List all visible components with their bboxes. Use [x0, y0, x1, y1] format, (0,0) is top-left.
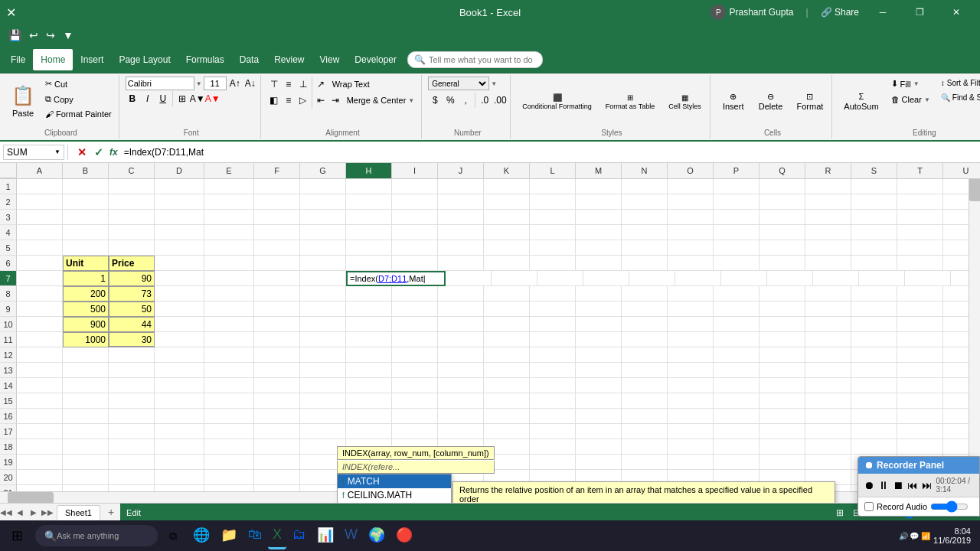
cell-i16[interactable] — [392, 409, 438, 424]
cell-m10[interactable] — [576, 317, 622, 332]
cell-q4[interactable] — [760, 225, 805, 240]
cell-j6[interactable] — [438, 256, 484, 271]
cell-t3[interactable] — [897, 210, 943, 225]
cell-b15[interactable] — [63, 393, 109, 409]
wrap-text-button[interactable]: Wrap Text — [328, 77, 374, 91]
col-header-d[interactable]: D — [155, 163, 204, 178]
cell-m7[interactable] — [629, 271, 675, 286]
cell-j17[interactable] — [438, 424, 484, 439]
cell-p8[interactable] — [714, 286, 760, 302]
cell-h14[interactable] — [346, 378, 392, 393]
cell-t12[interactable] — [897, 347, 943, 363]
cell-p6[interactable] — [714, 256, 760, 271]
cell-f10[interactable] — [254, 317, 300, 332]
cell-b6[interactable]: Unit — [63, 256, 109, 271]
cell-s9[interactable] — [851, 302, 897, 317]
cell-i1[interactable] — [392, 179, 438, 194]
cell-b13[interactable] — [63, 363, 109, 378]
number-format-dropdown[interactable]: ▼ — [491, 80, 497, 87]
cell-g6[interactable] — [300, 256, 346, 271]
cell-p10[interactable] — [714, 317, 760, 332]
cell-g17[interactable] — [300, 424, 346, 439]
menu-file[interactable]: File — [3, 49, 33, 70]
borders-button[interactable]: ⊞ — [175, 92, 189, 106]
share-button[interactable]: 🔗 Share — [821, 7, 859, 18]
comma-btn[interactable]: % — [443, 93, 457, 107]
cell-t18[interactable] — [897, 439, 943, 455]
menu-home[interactable]: Home — [33, 49, 73, 70]
cell-c4[interactable] — [109, 225, 155, 240]
cell-e2[interactable] — [204, 194, 254, 210]
cell-r9[interactable] — [805, 302, 851, 317]
cell-c6[interactable]: Price — [109, 256, 155, 271]
customize-quick-access[interactable]: ▼ — [60, 28, 76, 43]
cell-c17[interactable] — [109, 424, 155, 439]
font-name-dropdown[interactable]: ▼ — [196, 80, 202, 87]
cell-b9[interactable]: 500 — [63, 302, 109, 317]
cell-b7[interactable]: 1 — [63, 271, 109, 286]
cell-d1[interactable] — [155, 179, 204, 194]
cell-o4[interactable] — [668, 225, 714, 240]
cell-c18[interactable] — [109, 439, 155, 455]
cell-b10[interactable]: 900 — [63, 317, 109, 332]
tell-me-input[interactable] — [429, 55, 536, 64]
cell-k5[interactable] — [484, 240, 530, 256]
cell-o18[interactable] — [668, 439, 714, 455]
cell-o1[interactable] — [668, 179, 714, 194]
cell-d16[interactable] — [155, 409, 204, 424]
col-header-r[interactable]: R — [805, 163, 851, 178]
cell-s1[interactable] — [851, 179, 897, 194]
cell-t2[interactable] — [897, 194, 943, 210]
cell-s8[interactable] — [851, 286, 897, 302]
cell-h4[interactable] — [346, 225, 392, 240]
cell-q10[interactable] — [760, 317, 805, 332]
cell-s16[interactable] — [851, 409, 897, 424]
cell-c11[interactable]: 30 — [109, 332, 155, 347]
taskbar-recording[interactable]: 🔴 — [391, 522, 417, 549]
row-num-1[interactable]: 1 — [0, 179, 17, 194]
cell-m4[interactable] — [576, 225, 622, 240]
cell-j7[interactable] — [492, 271, 537, 286]
cell-k8[interactable] — [484, 286, 530, 302]
cell-d13[interactable] — [155, 363, 204, 378]
cell-t4[interactable] — [897, 225, 943, 240]
skip-forward-btn[interactable]: ⏭ — [921, 478, 933, 493]
align-left-btn[interactable]: ◧ — [267, 93, 281, 107]
cell-k15[interactable] — [484, 393, 530, 409]
cell-e11[interactable] — [204, 332, 254, 347]
formula-input[interactable] — [121, 145, 977, 159]
cell-f15[interactable] — [254, 393, 300, 409]
cell-e9[interactable] — [204, 302, 254, 317]
cell-a8[interactable] — [17, 286, 63, 302]
cell-j1[interactable] — [438, 179, 484, 194]
cell-i5[interactable] — [392, 240, 438, 256]
cell-e18[interactable] — [204, 439, 254, 455]
paste-button[interactable]: 📋 Paste — [6, 77, 40, 127]
cell-f9[interactable] — [254, 302, 300, 317]
cell-m19[interactable] — [576, 455, 622, 470]
cell-l1[interactable] — [530, 179, 576, 194]
cell-m2[interactable] — [576, 194, 622, 210]
cell-a14[interactable] — [17, 378, 63, 393]
normal-view-btn[interactable]: ⊞ — [832, 506, 848, 520]
cell-d14[interactable] — [155, 378, 204, 393]
col-header-p[interactable]: P — [714, 163, 760, 178]
cell-g10[interactable] — [300, 317, 346, 332]
cell-p18[interactable] — [714, 439, 760, 455]
cell-a10[interactable] — [17, 317, 63, 332]
cell-f6[interactable] — [254, 256, 300, 271]
cell-j10[interactable] — [438, 317, 484, 332]
cell-j15[interactable] — [438, 393, 484, 409]
cell-l10[interactable] — [530, 317, 576, 332]
cell-n5[interactable] — [622, 240, 668, 256]
cell-d15[interactable] — [155, 393, 204, 409]
row-num-5[interactable]: 5 — [0, 240, 17, 256]
row-num-10[interactable]: 10 — [0, 317, 17, 332]
cell-i17[interactable] — [392, 424, 438, 439]
cell-f5[interactable] — [254, 240, 300, 256]
taskbar-chrome[interactable]: 🌍 — [364, 522, 390, 549]
cell-s4[interactable] — [851, 225, 897, 240]
cell-t11[interactable] — [897, 332, 943, 347]
cell-m11[interactable] — [576, 332, 622, 347]
cell-r18[interactable] — [805, 439, 851, 455]
